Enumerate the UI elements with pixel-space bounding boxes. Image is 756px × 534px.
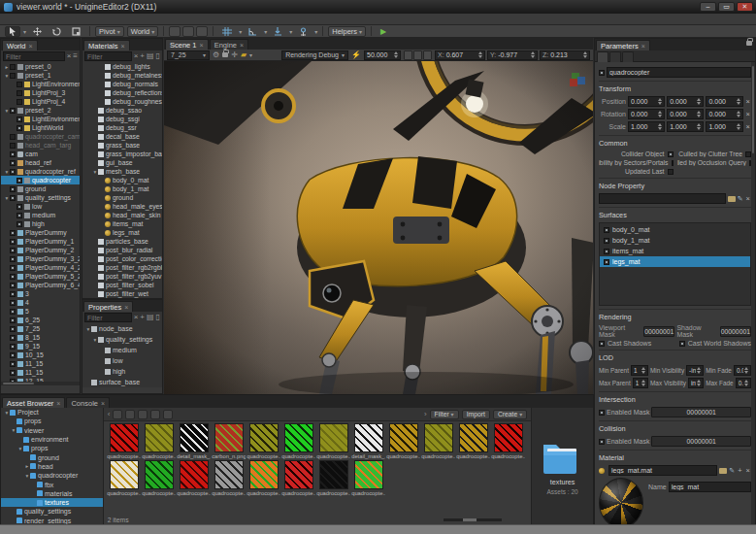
snap-angle-button[interactable]	[245, 26, 261, 37]
surface-row[interactable]: body_0_mat	[600, 224, 750, 235]
texture-image[interactable]	[319, 423, 348, 452]
asset-thumbnail[interactable]: quadrocopte...	[281, 423, 316, 459]
close-tab-icon[interactable]: ×	[200, 42, 204, 49]
transform-y-field[interactable]: 0.000	[667, 96, 704, 107]
material-tree-row[interactable]: post_blur_radial	[82, 246, 162, 254]
rotate-tool-button[interactable]	[49, 26, 65, 37]
tab-parameters[interactable]: Parameters×	[596, 40, 650, 50]
minimize-button[interactable]: –	[700, 2, 716, 12]
node-enabled-checkbox[interactable]	[10, 300, 16, 306]
add-property-icon[interactable]: +	[140, 314, 145, 321]
close-tab-icon[interactable]: ×	[124, 304, 128, 311]
material-tree-row[interactable]: post_color_correction	[82, 254, 162, 263]
texture-image[interactable]	[494, 423, 523, 452]
camera-coordinate-field[interactable]: Z: 0.213	[540, 50, 590, 60]
clear-filter-icon[interactable]: ×	[134, 52, 139, 60]
material-file-field[interactable]: legs_mat.mat	[608, 465, 717, 476]
maximize-button[interactable]: ▭	[718, 2, 735, 12]
node-enabled-checkbox[interactable]	[10, 73, 16, 79]
back-arrow-icon[interactable]: ‹	[108, 410, 111, 418]
folder-tree-row[interactable]: ground	[1, 452, 103, 461]
common-option[interactable]: Culled by Occlusion Query	[677, 159, 752, 166]
world-tree-row[interactable]: cam	[1, 150, 80, 158]
asset-thumbnail[interactable]: quadrocopte...	[421, 423, 456, 459]
folder-tree-row[interactable]: props	[1, 417, 103, 425]
viewport-settings-gear-icon[interactable]: ⚙	[213, 51, 219, 59]
folder-tree-row[interactable]: materials	[1, 489, 103, 498]
parameters-subtab[interactable]	[609, 51, 621, 62]
world-tree-row[interactable]: 4	[1, 298, 80, 307]
asset-thumbnail[interactable]: quadrocopte...	[142, 423, 177, 459]
material-tree-row[interactable]: ground	[82, 193, 162, 202]
tab-world[interactable]: World×	[2, 40, 38, 50]
asset-thumbnail[interactable]: quadrocopte...	[316, 423, 351, 459]
node-enabled-checkbox[interactable]	[16, 82, 22, 87]
node-enabled-checkbox[interactable]	[10, 317, 16, 323]
property-tree-row[interactable]: ▾ node_base	[82, 323, 162, 334]
world-tree-row[interactable]: 6_25	[1, 316, 80, 324]
asset-thumbnail[interactable]: carbon_n.png	[212, 423, 247, 459]
property-tree-row[interactable]: low	[82, 355, 162, 366]
snap-angle-caret[interactable]: ▾	[264, 28, 267, 35]
node-enabled-checkbox[interactable]	[16, 213, 22, 218]
camera-preset-dropdown[interactable]: 7_25▾	[167, 50, 210, 60]
clone-property-icon[interactable]: ▤	[147, 314, 154, 321]
lod-field[interactable]: 1	[633, 378, 648, 388]
world-filter-input[interactable]	[3, 51, 65, 61]
node-enabled-checkbox[interactable]	[16, 221, 22, 227]
world-tree-row[interactable]: 8_15	[1, 333, 80, 342]
node-enabled-checkbox[interactable]	[10, 230, 16, 236]
node-enabled-checkbox[interactable]	[10, 344, 16, 350]
option-checkbox[interactable]	[672, 160, 674, 166]
surface-row[interactable]: items_mat	[600, 246, 750, 256]
clear-filter-icon[interactable]: ×	[134, 314, 139, 321]
shadow-mask-button[interactable]: 00000001	[720, 326, 751, 337]
texture-image[interactable]	[145, 423, 174, 452]
world-hscrollbar[interactable]	[1, 382, 80, 385]
clone-material-icon[interactable]: ▤	[147, 52, 154, 60]
world-tree-row[interactable]: 7_25	[1, 324, 80, 333]
snap-pivot-button[interactable]	[295, 26, 312, 37]
select-tool-button[interactable]	[5, 26, 20, 37]
delete-property-icon[interactable]: ▯	[156, 314, 160, 321]
materials-filter-input[interactable]	[84, 51, 132, 61]
breadcrumb-item[interactable]	[113, 410, 122, 419]
surface-checkbox[interactable]	[604, 249, 609, 254]
tab-materials[interactable]: Materials×	[83, 40, 130, 50]
camera-speed-field[interactable]: 50.000	[364, 50, 401, 60]
lod-field[interactable]: inf	[688, 378, 704, 388]
material-tree-row[interactable]: legs_mat	[82, 228, 162, 237]
node-enabled-checkbox[interactable]	[10, 326, 16, 332]
space-dropdown[interactable]: World▾	[127, 26, 158, 37]
property-tree-row[interactable]: medium	[82, 345, 162, 355]
texture-image[interactable]	[214, 460, 244, 489]
texture-image[interactable]	[180, 423, 209, 452]
material-tree-row[interactable]: debug_roughness	[82, 97, 162, 106]
asset-thumbnail[interactable]: quadrocopte...	[491, 423, 526, 459]
delete-material-icon[interactable]: ▯	[156, 52, 160, 60]
asset-thumbnail[interactable]: quadrocopte...	[177, 460, 212, 496]
world-tree-row[interactable]: quadrocopter_cam_tar	[1, 132, 80, 141]
close-tab-icon[interactable]: ×	[28, 43, 32, 50]
transform-y-field[interactable]: 0.000	[667, 109, 704, 119]
property-tree-row[interactable]: ▾ quality_settings	[82, 334, 162, 345]
parameters-scrollbar[interactable]	[751, 62, 755, 534]
material-tree-row[interactable]: debug_metalness	[82, 71, 162, 80]
surface-checkbox[interactable]	[604, 227, 609, 233]
node-enabled-checkbox[interactable]	[10, 248, 16, 253]
node-enabled-checkbox[interactable]	[10, 134, 16, 140]
collision-mask-button[interactable]: 00000001	[651, 436, 751, 447]
texture-image[interactable]	[389, 423, 418, 452]
close-tab-icon[interactable]: ×	[641, 43, 645, 50]
node-enabled-checkbox[interactable]	[10, 195, 16, 201]
camera-coordinate-field[interactable]: Y: -0.977	[487, 50, 538, 60]
texture-image[interactable]	[145, 460, 174, 489]
world-tree-row[interactable]: ▾ preset_1	[1, 71, 80, 80]
world-tree-row[interactable]: ▾ preset_2	[1, 106, 80, 115]
speed-preset-button[interactable]	[404, 50, 412, 60]
node-enabled-checkbox[interactable]	[10, 265, 16, 271]
add-material-icon[interactable]: +	[140, 52, 145, 60]
axis-toggle-button[interactable]	[182, 26, 194, 37]
texture-image[interactable]	[110, 423, 139, 452]
snap-surface-caret[interactable]: ▾	[289, 28, 292, 35]
